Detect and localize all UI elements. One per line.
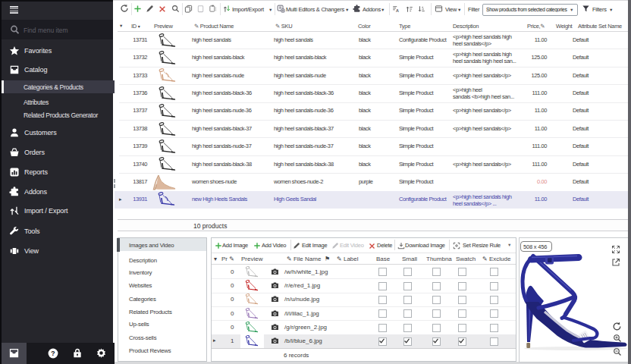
svg-text:?: ? xyxy=(51,350,55,357)
svg-text:A: A xyxy=(396,8,399,13)
